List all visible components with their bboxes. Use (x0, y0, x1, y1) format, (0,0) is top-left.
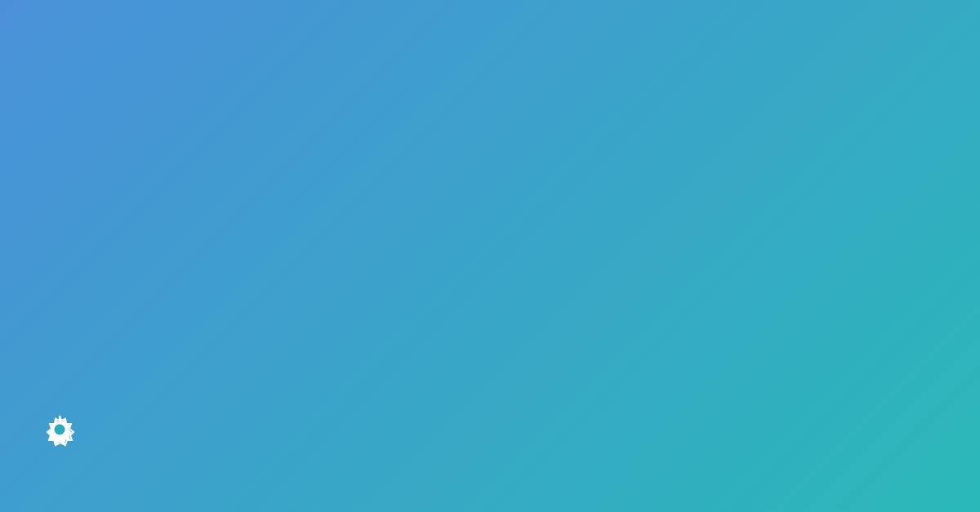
right-panel (376, 0, 980, 512)
gear-icon (42, 412, 77, 447)
arrows-svg (400, 20, 956, 493)
diagram (400, 20, 956, 493)
app (0, 0, 980, 512)
logo (41, 412, 335, 447)
left-panel (0, 0, 376, 512)
svg-point-2 (55, 425, 65, 435)
